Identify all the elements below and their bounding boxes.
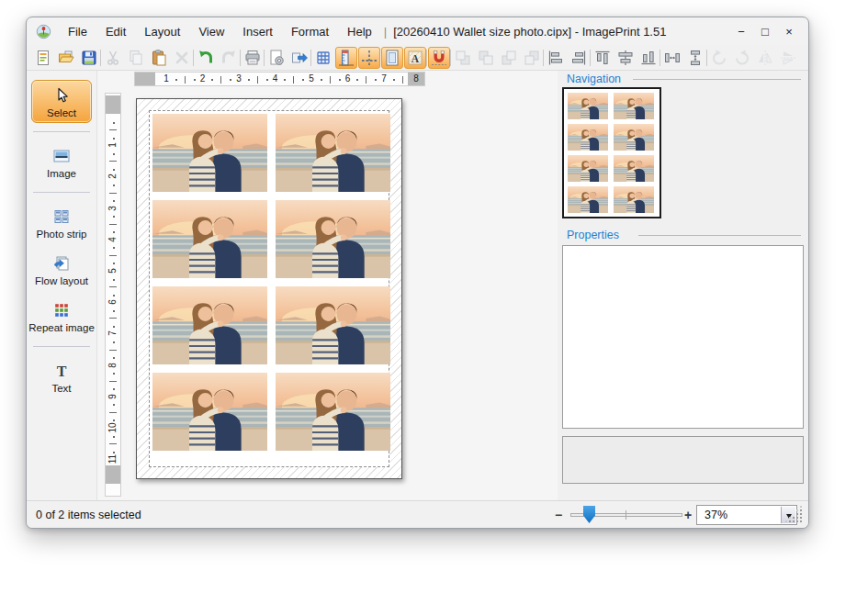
cut-icon <box>104 49 122 67</box>
navigation-label: Navigation <box>567 73 621 85</box>
guides-icon <box>360 49 378 67</box>
flip-horizontal-button <box>754 47 776 69</box>
grid-button[interactable] <box>312 47 334 69</box>
couple-photo[interactable] <box>276 286 390 364</box>
snap-icon <box>430 49 448 67</box>
couple-photo[interactable] <box>276 114 390 192</box>
nav-couple-photo[interactable] <box>568 124 608 151</box>
couple-photo[interactable] <box>276 200 390 278</box>
menu-layout[interactable]: Layout <box>135 21 189 42</box>
flow-layout-icon <box>52 254 71 273</box>
sidebar-separator <box>33 192 90 193</box>
photo-strip-icon <box>52 207 71 226</box>
horizontal-ruler: 8 1234567 <box>134 72 425 86</box>
properties-label: Properties <box>567 229 619 241</box>
maximize-button[interactable]: □ <box>753 20 777 42</box>
couple-photo[interactable] <box>152 373 267 451</box>
center-vertical-button[interactable] <box>614 47 637 69</box>
ruler-number: 2 <box>107 169 118 184</box>
ruler-number: 5 <box>309 73 314 84</box>
export-button[interactable] <box>288 47 310 69</box>
menu-edit[interactable]: Edit <box>96 21 135 42</box>
menu-format[interactable]: Format <box>282 21 338 42</box>
ruler-number: 7 <box>381 73 387 84</box>
undo-button[interactable] <box>195 47 217 69</box>
repeat-image-item[interactable] <box>149 110 389 467</box>
nav-couple-photo[interactable] <box>614 155 654 182</box>
tool-image[interactable]: Image <box>29 140 94 184</box>
ruler-button[interactable] <box>335 47 357 69</box>
guides-button[interactable] <box>358 47 380 69</box>
page-margins-button[interactable] <box>381 47 403 69</box>
distribute-horizontal-button[interactable] <box>661 47 683 69</box>
ruler-number: 3 <box>236 73 242 84</box>
tool-label: Flow layout <box>35 275 88 286</box>
nav-couple-photo[interactable] <box>568 155 608 182</box>
zoom-level-select[interactable]: 37% <box>696 505 797 525</box>
ruler-number-8: 8 <box>413 73 419 84</box>
resize-grip[interactable] <box>785 506 804 524</box>
window-controls: − □ × <box>729 19 801 43</box>
nav-couple-photo[interactable] <box>568 186 608 213</box>
bring-forward-icon <box>500 49 518 67</box>
menu-file[interactable]: File <box>59 21 96 42</box>
align-left-button[interactable] <box>545 47 567 69</box>
print-icon <box>243 49 262 67</box>
couple-photo[interactable] <box>276 373 390 451</box>
nav-couple-photo[interactable] <box>614 186 654 213</box>
page-margins-icon <box>383 49 401 67</box>
nav-couple-photo[interactable] <box>614 124 654 151</box>
minimize-button[interactable]: − <box>729 20 753 42</box>
nav-couple-photo[interactable] <box>568 93 608 119</box>
right-panel: Navigation Properties <box>558 71 808 500</box>
zoom-out-button[interactable]: − <box>555 508 562 522</box>
navigation-thumbnail[interactable] <box>562 87 661 218</box>
open-icon <box>57 49 75 67</box>
align-top-button[interactable] <box>592 47 614 69</box>
couple-photo[interactable] <box>152 114 267 192</box>
open-button[interactable] <box>55 47 77 69</box>
page-setup-icon <box>267 49 286 67</box>
bring-to-front-icon <box>454 49 472 67</box>
tool-label: Text <box>51 383 71 394</box>
ruler-number: 4 <box>273 73 278 84</box>
ruler-margin-block <box>135 73 155 85</box>
ruler-number: 1 <box>107 138 118 152</box>
send-backward-icon <box>523 49 541 67</box>
tool-repeat-image[interactable]: Repeat image <box>29 295 94 338</box>
print-button[interactable] <box>242 47 264 69</box>
zoom-slider-thumb[interactable] <box>583 506 595 523</box>
save-button[interactable] <box>78 47 100 69</box>
align-right-button[interactable] <box>568 47 590 69</box>
document-page[interactable] <box>136 98 402 479</box>
delete-button <box>171 47 193 69</box>
menu-view[interactable]: View <box>189 21 233 42</box>
ruler-number: 10 <box>107 420 118 435</box>
zoom-in-button[interactable]: + <box>684 508 692 522</box>
tool-photo-strip[interactable]: Photo strip <box>29 201 94 244</box>
snap-button[interactable] <box>428 47 450 69</box>
grid-icon <box>314 49 333 67</box>
menu-help[interactable]: Help <box>338 21 381 42</box>
watermark-button[interactable] <box>404 47 426 69</box>
navigation-rule <box>633 79 801 80</box>
ruler-number: 6 <box>107 295 118 309</box>
couple-photo[interactable] <box>152 286 267 364</box>
repeat-image-icon <box>52 301 71 319</box>
new-document-button[interactable] <box>32 47 54 69</box>
menu-insert[interactable]: Insert <box>233 21 282 42</box>
align-bottom-button[interactable] <box>637 47 659 69</box>
distribute-vertical-button[interactable] <box>684 47 706 69</box>
paste-button[interactable] <box>148 47 170 69</box>
zoom-slider-midtick <box>626 510 626 520</box>
nav-couple-photo[interactable] <box>614 93 654 119</box>
tool-flow-layout[interactable]: Flow layout <box>29 248 94 291</box>
ruler-margin-block <box>106 465 120 484</box>
tool-text[interactable]: Text <box>29 355 94 398</box>
flip-vertical-icon <box>779 49 797 67</box>
couple-photo[interactable] <box>152 200 267 278</box>
tool-select[interactable]: Select <box>31 80 92 123</box>
text-icon <box>52 362 71 380</box>
close-button[interactable]: × <box>777 20 801 42</box>
page-setup-button[interactable] <box>265 47 287 69</box>
